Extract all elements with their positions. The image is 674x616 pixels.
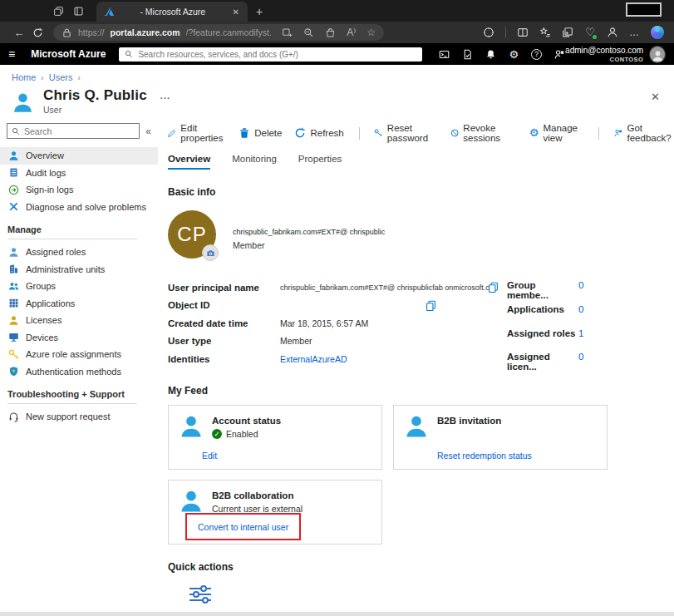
sidebar-item-assigned-roles[interactable]: Assigned roles: [0, 244, 158, 261]
delete-button[interactable]: Delete: [239, 127, 282, 139]
back-button[interactable]: ←: [10, 27, 28, 39]
essentials-status-dot: [593, 35, 597, 39]
help-icon[interactable]: ?: [531, 49, 542, 60]
sidebar-item-licenses[interactable]: Licenses: [0, 312, 158, 329]
apps-grid-icon[interactable]: [282, 27, 293, 38]
change-photo-button[interactable]: [202, 244, 219, 261]
collections-icon[interactable]: [562, 27, 573, 38]
sidebar-item-authentication-methods[interactable]: Authentication methods: [0, 363, 158, 381]
block-icon: [450, 127, 459, 139]
reset-password-button[interactable]: Reset password: [374, 123, 437, 143]
building-icon: [8, 264, 19, 274]
workspaces-icon[interactable]: [48, 2, 68, 20]
sidebar-item-applications[interactable]: Applications: [0, 295, 158, 313]
split-screen-icon[interactable]: [517, 27, 529, 38]
sidebar-item-audit-logs[interactable]: Audit logs: [0, 165, 158, 182]
sidebar-collapse-icon[interactable]: «: [142, 126, 155, 137]
tab-monitoring[interactable]: Monitoring: [232, 154, 277, 170]
person-icon: [8, 150, 19, 161]
global-search-input[interactable]: [138, 50, 416, 59]
feedback-icon[interactable]: [554, 49, 565, 60]
sidebar-item-groups[interactable]: Groups: [0, 278, 158, 295]
cloud-shell-icon[interactable]: [439, 49, 450, 60]
sidebar-item-devices[interactable]: Devices: [0, 329, 158, 347]
breadcrumb-users-link[interactable]: Users: [49, 72, 73, 82]
revoke-sessions-button[interactable]: Revoke sessions: [450, 123, 517, 143]
reset-redemption-link[interactable]: Reset redemption status: [437, 451, 532, 461]
blade-header: Chris Q. Public ... User ✕: [0, 84, 674, 120]
doc-check-icon[interactable]: [462, 49, 473, 60]
sidebar-search-input[interactable]: [24, 126, 135, 136]
vertical-tabs-icon[interactable]: [68, 2, 88, 20]
reload-button[interactable]: [28, 27, 47, 38]
notifications-bell-icon[interactable]: [485, 49, 496, 60]
more-menu-icon[interactable]: …: [629, 27, 640, 38]
edit-properties-button[interactable]: Edit properties: [168, 123, 226, 143]
read-aloud-icon[interactable]: A⁾: [347, 27, 356, 38]
person-icon: [179, 414, 204, 439]
new-tab-button[interactable]: +: [256, 5, 263, 18]
sidebar-item-new-support-request[interactable]: New support request: [0, 408, 158, 426]
copy-icon[interactable]: [488, 282, 499, 293]
my-feed-heading: My Feed: [168, 385, 674, 397]
copy-icon[interactable]: [426, 300, 436, 311]
tab-properties[interactable]: Properties: [298, 154, 342, 170]
breadcrumb-home-link[interactable]: Home: [12, 72, 36, 82]
sidebar-search-box[interactable]: [7, 123, 140, 139]
assigned-licenses-count-link[interactable]: 0: [578, 352, 583, 376]
stat-group-memberships: Group membe...0: [507, 280, 623, 304]
url-path: /?feature.canmodifyst...: [186, 27, 272, 37]
copilot-icon[interactable]: [651, 26, 664, 39]
address-bar[interactable]: https://portal.azure.com/?feature.canmod…: [53, 24, 384, 41]
tools-cross-icon: [8, 201, 19, 212]
convert-to-internal-link[interactable]: Convert to internal user: [198, 522, 288, 532]
identities-link[interactable]: ExternalAzureAD: [280, 354, 347, 364]
breadcrumb: Home › Users ›: [0, 65, 674, 84]
shopping-icon[interactable]: [325, 27, 336, 38]
hamburger-menu-icon[interactable]: ≡: [8, 48, 19, 60]
settings-gear-icon[interactable]: ⚙: [509, 49, 519, 60]
azure-brand[interactable]: Microsoft Azure: [31, 48, 106, 60]
azure-favicon: [103, 6, 115, 17]
got-feedback-button[interactable]: Got feedback?: [614, 123, 674, 143]
key-icon: [374, 127, 382, 139]
profile-icon[interactable]: [607, 27, 618, 38]
tab-overview[interactable]: Overview: [168, 154, 210, 170]
refresh-button[interactable]: Refresh: [294, 127, 343, 139]
manage-view-button[interactable]: ⚙Manage view: [529, 123, 583, 143]
tab-title: - Microsoft Azure: [121, 7, 224, 17]
sidebar-item-overview[interactable]: Overview: [0, 147, 158, 165]
edit-link[interactable]: Edit: [202, 451, 217, 461]
person-role-icon: [8, 247, 19, 258]
sidebar-item-sign-in-logs[interactable]: Sign-in logs: [0, 181, 158, 199]
global-search-box[interactable]: [119, 47, 422, 62]
user-member-type: Member: [233, 240, 385, 250]
user-icon: [12, 91, 34, 114]
field-row-created: Created date time Mar 18, 2015, 6:57 AM: [168, 314, 502, 333]
applications-count-link[interactable]: 0: [578, 304, 583, 328]
blade-close-icon[interactable]: ✕: [651, 91, 660, 103]
zoom-out-icon[interactable]: [303, 27, 314, 38]
lock-icon: [61, 27, 72, 38]
avatar: CP: [168, 210, 216, 259]
tab-close-icon[interactable]: ✕: [231, 7, 241, 17]
search-icon: [12, 127, 20, 136]
title-more-menu[interactable]: ...: [160, 91, 170, 101]
b2b-invitation-card: B2B invitation Reset redemption status: [393, 405, 608, 470]
browser-essentials-icon[interactable]: ♡: [584, 27, 596, 38]
group-memberships-count-link[interactable]: 0: [578, 280, 583, 304]
sidebar-item-administrative-units[interactable]: Administrative units: [0, 261, 158, 278]
account-info[interactable]: admin@contoso.com CONTOSO: [565, 46, 643, 63]
favorite-star-icon[interactable]: ☆: [367, 27, 376, 38]
divider: [7, 239, 137, 239]
assigned-roles-count-link[interactable]: 1: [578, 328, 583, 352]
sidebar: « Overview Audit logs Sign-in logs Diagn…: [0, 120, 158, 613]
sidebar-item-azure-role-assignments[interactable]: Azure role assignments: [0, 346, 158, 363]
badge-icon[interactable]: [483, 27, 494, 38]
azure-header-icons: ⚙ ?: [439, 49, 565, 60]
browser-tab[interactable]: - Microsoft Azure ✕: [96, 2, 248, 22]
account-avatar[interactable]: [649, 46, 666, 63]
favorites-icon[interactable]: [539, 27, 551, 38]
sidebar-item-diagnose[interactable]: Diagnose and solve problems: [0, 199, 158, 216]
stat-assigned-licenses: Assigned licen...0: [507, 352, 623, 376]
